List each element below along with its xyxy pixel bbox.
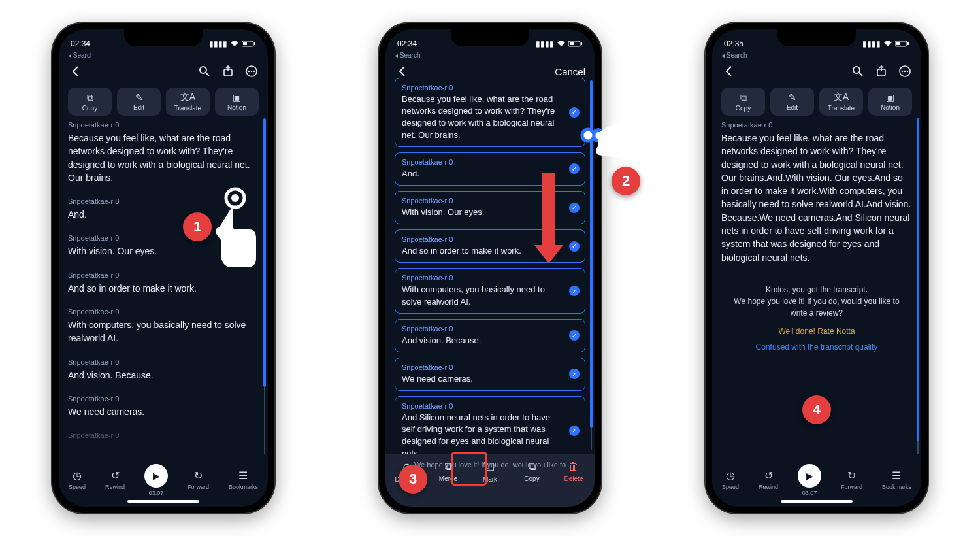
confused-link[interactable]: Confused with the transcript quality <box>729 341 904 353</box>
checkmark-icon[interactable]: ✓ <box>569 426 580 436</box>
translate-button[interactable]: 文ATranslate <box>819 88 863 116</box>
speaker-label: Snpoetatkae-r 0 <box>402 325 565 333</box>
cancel-button[interactable]: Cancel <box>555 66 585 77</box>
copy-button[interactable]: ⧉Copy <box>721 88 765 116</box>
bookmarks-label: Bookmarks <box>229 484 258 490</box>
segment-text: Because you feel like, what are the road… <box>721 131 912 264</box>
breadcrumb-back[interactable]: ◂ Search <box>59 52 268 59</box>
transcript-body[interactable]: Snpoetatkae-r 0Because you feel like, wh… <box>59 114 268 461</box>
forward-label: Forward <box>841 484 862 490</box>
segment-text: And vision. Because. <box>68 369 259 382</box>
search-icon[interactable] <box>851 64 865 78</box>
speed-button[interactable]: ◷Speed <box>722 469 739 490</box>
checkmark-icon[interactable]: ✓ <box>569 163 580 174</box>
checkmark-icon[interactable]: ✓ <box>569 203 580 213</box>
breadcrumb-back[interactable]: ◂ Search <box>712 52 921 59</box>
annotation-long-press-icon <box>216 186 268 271</box>
rewind-button[interactable]: ↺Rewind <box>105 469 125 490</box>
speaker-label: Snpoetatkae-r 0 <box>402 158 565 166</box>
speaker-label: Snpoetatkae-r 0 <box>402 402 565 410</box>
forward-button[interactable]: ↻Forward <box>188 469 209 490</box>
notion-button[interactable]: ▣Notion <box>868 88 912 116</box>
edit-button[interactable]: ✎Edit <box>770 88 814 116</box>
nav-bar <box>59 59 268 84</box>
search-icon[interactable] <box>197 64 212 78</box>
scrollbar[interactable] <box>264 118 265 454</box>
checkmark-icon[interactable]: ✓ <box>569 369 580 379</box>
notion-label: Notion <box>227 104 246 111</box>
transcript-segment[interactable]: Snpoetatkae-r 0Because you feel like, wh… <box>68 114 259 191</box>
more-icon[interactable] <box>244 64 259 78</box>
transcript-segment[interactable]: Snpoetatkae-r 0With computers, you basic… <box>68 301 259 352</box>
edit-button[interactable]: ✎Edit <box>117 88 161 116</box>
translate-button[interactable]: 文ATranslate <box>166 88 210 116</box>
selected-segment[interactable]: Snpoetatkae-r 0And Silicon neural nets i… <box>395 396 585 454</box>
home-indicator[interactable] <box>781 500 853 503</box>
selected-segment[interactable]: Snpoetatkae-r 0We need cameras.✓ <box>395 358 585 391</box>
wifi-icon <box>557 41 566 47</box>
transcript-segment[interactable]: Snpoetatkae-r 0 <box>68 425 259 448</box>
screen: 02:35 ▮▮▮▮ ◂ Search ⧉Copy ✎Edit 文ATransl… <box>712 29 921 507</box>
selected-segment[interactable]: Snpoetatkae-r 0Because you feel like, wh… <box>395 78 585 147</box>
checkmark-icon[interactable]: ✓ <box>569 241 580 252</box>
bookmarks-button[interactable]: ☰Bookmarks <box>229 469 258 490</box>
transcript-segment[interactable]: Snpoetatkae-r 0 Because you feel like, w… <box>721 114 912 271</box>
selection-body[interactable]: Snpoetatkae-r 0Because you feel like, wh… <box>385 78 595 454</box>
svg-point-25 <box>907 71 908 72</box>
battery-icon <box>895 41 909 47</box>
notch <box>777 29 856 46</box>
play-button[interactable]: ▶03:07 <box>798 464 821 496</box>
bookmarks-label: Bookmarks <box>882 484 911 490</box>
speaker-label: Snpoetatkae-r 0 <box>68 431 259 439</box>
annotation-badge-1: 1 <box>183 212 212 241</box>
annotation-badge-4: 4 <box>802 395 831 424</box>
copy-icon: ⧉ <box>87 92 93 103</box>
svg-rect-2 <box>254 42 255 45</box>
status-time: 02:34 <box>397 39 417 48</box>
transcript-segment[interactable]: Snpoetatkae-r 0We need cameras. <box>68 388 259 425</box>
annotation-badge-3: 3 <box>399 465 427 494</box>
translate-icon: 文A <box>180 92 195 103</box>
notch <box>124 29 203 46</box>
back-icon[interactable] <box>395 64 409 78</box>
copy-label: Copy <box>82 105 97 112</box>
segment-text: And vision. Because. <box>402 335 565 346</box>
notion-button[interactable]: ▣Notion <box>215 88 259 116</box>
copy-button[interactable]: ⧉Copy <box>68 88 112 116</box>
rate-link[interactable]: Well done! Rate Notta <box>729 326 904 337</box>
merge-label: Merge <box>439 475 457 482</box>
speed-button[interactable]: ◷Speed <box>69 469 86 490</box>
bookmarks-button[interactable]: ☰Bookmarks <box>882 469 911 490</box>
svg-rect-18 <box>907 42 909 45</box>
selected-segment[interactable]: Snpoetatkae-r 0And vision. Because.✓ <box>395 319 585 352</box>
speaker-label: Snpoetatkae-r 0 <box>68 395 259 403</box>
back-icon[interactable] <box>68 64 82 78</box>
annotation-badge-2: 2 <box>612 167 640 195</box>
status-indicators: ▮▮▮▮ <box>862 39 909 48</box>
breadcrumb-back[interactable]: ◂ Search <box>385 52 595 59</box>
edit-icon: ✎ <box>135 92 143 103</box>
rewind-label: Rewind <box>105 484 125 490</box>
play-icon: ▶ <box>144 464 168 488</box>
speaker-label: Snpoetatkae-r 0 <box>402 84 565 92</box>
svg-rect-13 <box>570 42 574 45</box>
forward-button[interactable]: ↻Forward <box>841 469 862 490</box>
translate-label: Translate <box>174 105 201 112</box>
transcript-segment[interactable]: Snpoetatkae-r 0And vision. Because. <box>68 352 259 388</box>
segment-text: And. <box>402 168 565 180</box>
share-icon[interactable] <box>874 64 889 78</box>
scrollbar[interactable] <box>917 118 919 454</box>
share-icon[interactable] <box>221 64 235 78</box>
speed-label: Speed <box>69 484 86 490</box>
selected-segment[interactable]: Snpoetatkae-r 0With computers, you basic… <box>395 268 585 313</box>
checkmark-icon[interactable]: ✓ <box>569 330 580 341</box>
annotation-drag-icon <box>574 114 645 160</box>
more-icon[interactable] <box>898 64 912 78</box>
back-icon[interactable] <box>721 64 736 78</box>
checkmark-icon[interactable]: ✓ <box>569 286 580 296</box>
home-indicator[interactable] <box>127 500 199 503</box>
play-button[interactable]: ▶03:07 <box>144 464 168 496</box>
speed-icon: ◷ <box>73 469 82 482</box>
segment-text: We need cameras. <box>68 405 259 418</box>
rewind-button[interactable]: ↺Rewind <box>759 469 778 490</box>
